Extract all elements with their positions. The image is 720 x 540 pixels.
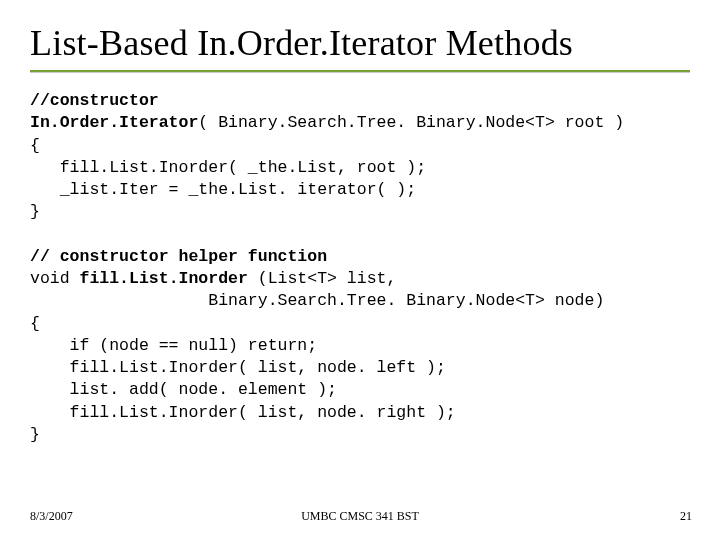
code-line: (List<T> list, (248, 269, 397, 288)
footer-center: UMBC CMSC 341 BST (0, 509, 720, 524)
code-line: _list.Iter = _the.List. iterator( ); (30, 180, 416, 199)
code-block: //constructor In.Order.Iterator( Binary.… (30, 90, 692, 446)
code-line: // constructor helper function (30, 247, 327, 266)
code-line: } (30, 425, 40, 444)
code-line: fill.List.Inorder( list, node. right ); (30, 403, 456, 422)
code-line: In.Order.Iterator (30, 113, 198, 132)
code-line: fill.List.Inorder (80, 269, 248, 288)
code-line: //constructor (30, 91, 159, 110)
code-line: if (node == null) return; (30, 336, 317, 355)
code-line: list. add( node. element ); (30, 380, 337, 399)
code-line: void (30, 269, 80, 288)
slide: List-Based In.Order.Iterator Methods //c… (0, 0, 720, 540)
code-line: fill.List.Inorder( _the.List, root ); (30, 158, 426, 177)
code-line: ( Binary.Search.Tree. Binary.Node<T> roo… (198, 113, 624, 132)
footer-page-number: 21 (680, 509, 692, 524)
code-line: Binary.Search.Tree. Binary.Node<T> node) (30, 291, 604, 310)
title-underline (30, 70, 690, 72)
code-line: { (30, 314, 40, 333)
slide-title: List-Based In.Order.Iterator Methods (30, 22, 690, 64)
title-region: List-Based In.Order.Iterator Methods (24, 16, 696, 82)
code-line: { (30, 136, 40, 155)
code-line: } (30, 202, 40, 221)
code-line: fill.List.Inorder( list, node. left ); (30, 358, 446, 377)
